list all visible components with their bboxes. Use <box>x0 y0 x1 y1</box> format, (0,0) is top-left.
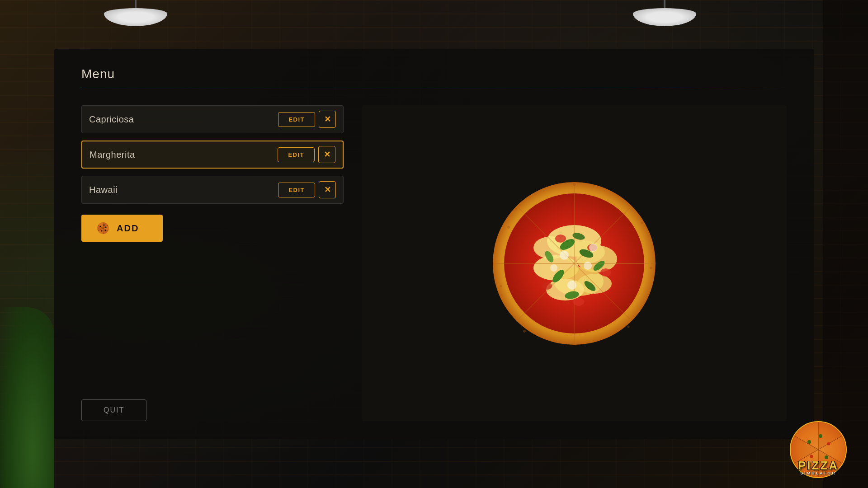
svg-point-43 <box>567 281 576 290</box>
svg-point-42 <box>584 262 592 270</box>
title-divider <box>81 87 787 87</box>
plant-decoration <box>0 307 54 488</box>
pizza-row-hawaii: Hawaii EDIT ✕ <box>81 176 344 204</box>
lamp-right <box>619 0 710 27</box>
svg-point-46 <box>573 183 576 186</box>
margherita-buttons: EDIT ✕ <box>278 146 335 163</box>
svg-point-39 <box>542 282 552 290</box>
delete-button-capriciosa[interactable]: ✕ <box>319 111 336 128</box>
pizza-image <box>488 178 660 349</box>
add-pizza-button[interactable]: ADD <box>81 215 163 242</box>
svg-point-51 <box>500 285 502 287</box>
svg-point-44 <box>550 264 557 272</box>
svg-point-48 <box>650 267 652 269</box>
svg-point-41 <box>560 251 569 260</box>
pizza-list: Capriciosa EDIT ✕ Margherita EDIT ✕ <box>81 105 344 421</box>
edit-button-hawaii[interactable]: EDIT <box>278 183 315 197</box>
edit-button-capriciosa[interactable]: EDIT <box>278 112 315 127</box>
svg-point-8 <box>104 225 105 226</box>
pizza-preview <box>362 105 787 421</box>
pizza-icon <box>96 221 110 235</box>
add-button-label: ADD <box>117 223 139 234</box>
svg-point-9 <box>105 227 107 228</box>
pizza-name-hawaii: Hawaii <box>89 185 278 195</box>
pizza-name-capriciosa: Capriciosa <box>89 114 278 125</box>
svg-point-45 <box>589 244 597 252</box>
logo: PIZZA SIMULATOR <box>782 425 854 479</box>
pizza-name-margherita: Margherita <box>90 150 278 160</box>
pizza-row-capriciosa: Capriciosa EDIT ✕ <box>81 105 344 133</box>
main-panel: Menu Capriciosa EDIT ✕ Margherita <box>54 49 814 439</box>
svg-point-12 <box>105 230 106 231</box>
page-title: Menu <box>81 67 787 81</box>
svg-point-22 <box>546 279 584 300</box>
edit-button-margherita[interactable]: EDIT <box>278 147 315 162</box>
delete-button-margherita[interactable]: ✕ <box>318 146 335 163</box>
pizza-row-margherita: Margherita EDIT ✕ <box>81 141 344 169</box>
hawaii-buttons: EDIT ✕ <box>278 181 336 198</box>
svg-point-40 <box>573 298 584 306</box>
svg-point-36 <box>555 235 566 243</box>
svg-point-38 <box>600 268 611 277</box>
capriciosa-buttons: EDIT ✕ <box>278 111 336 128</box>
svg-point-52 <box>507 226 510 229</box>
svg-point-11 <box>101 230 103 232</box>
svg-point-65 <box>810 455 813 458</box>
svg-point-50 <box>523 330 526 333</box>
svg-point-49 <box>627 325 630 328</box>
svg-point-10 <box>100 226 101 227</box>
svg-point-63 <box>827 442 830 446</box>
shelf-right <box>823 0 868 488</box>
svg-point-62 <box>819 434 822 438</box>
svg-point-47 <box>641 221 643 224</box>
quit-button[interactable]: QUIT <box>81 399 146 421</box>
delete-button-hawaii[interactable]: ✕ <box>319 181 336 198</box>
lamp-left <box>90 0 181 27</box>
svg-point-64 <box>807 440 811 444</box>
